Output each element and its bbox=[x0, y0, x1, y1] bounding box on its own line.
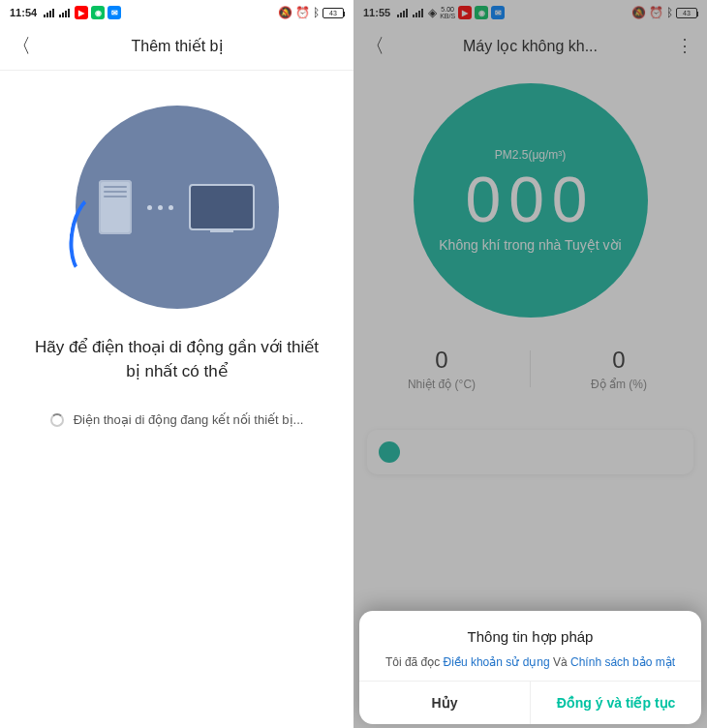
sheet-actions: Hủy Đồng ý và tiếp tục bbox=[359, 681, 701, 724]
cancel-button[interactable]: Hủy bbox=[359, 682, 530, 724]
battery-icon: 43 bbox=[323, 8, 344, 18]
connecting-status-label: Điện thoại di động đang kết nối thiết bị… bbox=[74, 412, 304, 427]
spinner-icon bbox=[50, 413, 64, 427]
mute-icon: 🔕 bbox=[278, 6, 292, 19]
signal-bars-icon bbox=[59, 9, 70, 17]
connecting-status: Điện thoại di động đang kết nối thiết bị… bbox=[29, 383, 325, 427]
status-time: 11:54 bbox=[10, 7, 37, 18]
battery-level: 43 bbox=[329, 10, 337, 16]
sheet-title: Thông tin hợp pháp bbox=[375, 628, 686, 646]
page-title: Thêm thiết bị bbox=[0, 37, 354, 55]
legal-info-sheet: Thông tin hợp pháp Tôi đã đọc Điều khoản… bbox=[359, 611, 701, 724]
bluetooth-icon: ᛒ bbox=[313, 6, 320, 19]
connecting-dots-icon bbox=[147, 205, 173, 210]
app-bar: 〈 Thêm thiết bị bbox=[0, 25, 354, 66]
screenshot-left: 11:54 ▶ ◉ ✉ 🔕 ⏰ ᛒ 43 〈 Thêm thiết bị Hãy… bbox=[0, 0, 354, 728]
screenshot-right: 11:55 ◈ 5.00 KB/S ▶ ◉ ✉ 🔕 ⏰ ᛒ 43 〈 bbox=[354, 0, 707, 728]
terms-link[interactable]: Điều khoản sử dụng bbox=[444, 655, 550, 669]
back-button[interactable]: 〈 bbox=[12, 33, 31, 59]
privacy-link[interactable]: Chính sách bảo mật bbox=[570, 655, 675, 669]
signal-bars-icon bbox=[44, 9, 54, 17]
status-bar: 11:54 ▶ ◉ ✉ 🔕 ⏰ ᛒ 43 bbox=[0, 0, 354, 25]
youtube-icon: ▶ bbox=[75, 6, 88, 19]
messenger-icon: ✉ bbox=[108, 6, 121, 19]
alarm-icon: ⏰ bbox=[295, 6, 310, 19]
line-icon: ◉ bbox=[91, 6, 105, 19]
device-icon bbox=[189, 184, 255, 230]
pairing-illustration bbox=[76, 106, 279, 309]
sheet-text: Tôi đã đọc Điều khoản sử dụng Và Chính s… bbox=[375, 655, 686, 669]
sheet-text-prefix: Tôi đã đọc bbox=[385, 655, 444, 669]
agree-button[interactable]: Đồng ý và tiếp tục bbox=[530, 682, 701, 724]
instruction-text: Hãy để điện thoại di động gần với thiết … bbox=[0, 309, 354, 383]
content: Hãy để điện thoại di động gần với thiết … bbox=[0, 71, 354, 427]
sheet-text-mid: Và bbox=[550, 655, 570, 669]
